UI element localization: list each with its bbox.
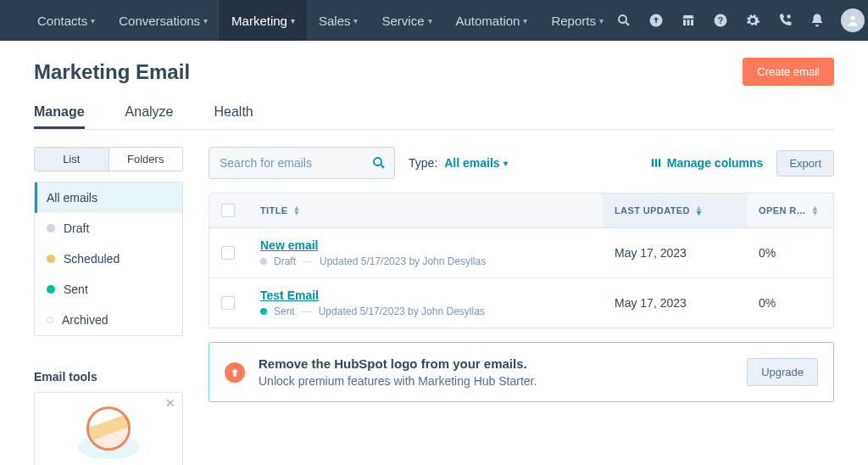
svg-point-9: [374, 158, 381, 165]
cell-last-updated: May 17, 2023: [603, 278, 747, 328]
page-title: Marketing Email: [34, 60, 190, 84]
chevron-down-icon: ▾: [523, 16, 527, 25]
nav-service[interactable]: Service▾: [370, 0, 443, 41]
export-button[interactable]: Export: [776, 150, 834, 176]
columns-icon: [650, 157, 662, 169]
filter-all-emails[interactable]: All emails: [35, 182, 182, 213]
email-title-link[interactable]: Test Email: [260, 289, 319, 302]
row-checkbox[interactable]: [221, 296, 235, 310]
type-filter-value[interactable]: All emails▾: [444, 156, 507, 170]
table-row: Test Email Sent — Updated 5/17/2023 by J…: [209, 278, 833, 328]
col-open-rate[interactable]: OPEN R…▲▼: [747, 193, 833, 227]
email-meta: Sent — Updated 5/17/2023 by John Desylla…: [260, 305, 485, 317]
sort-icon: ▲▼: [811, 205, 819, 216]
svg-text:?: ?: [718, 15, 723, 25]
email-meta: Draft — Updated 5/17/2023 by John Desyll…: [260, 255, 486, 267]
svg-point-7: [787, 14, 791, 19]
manage-columns-link[interactable]: Manage columns: [650, 156, 764, 170]
email-tools-heading: Email tools: [34, 370, 183, 384]
email-status: Sent: [274, 305, 295, 317]
search-icon[interactable]: [371, 155, 387, 173]
upsell-title: Remove the HubSpot logo from your emails…: [259, 356, 527, 371]
status-dot-icon: [47, 285, 55, 294]
chevron-down-icon: ▾: [428, 16, 432, 25]
type-filter: Type: All emails▾: [409, 156, 508, 170]
page-tabs: Manage Analyze Health: [34, 98, 834, 130]
chevron-down-icon: ▾: [291, 16, 295, 25]
svg-rect-11: [655, 159, 657, 166]
svg-point-3: [619, 15, 626, 23]
chevron-down-icon: ▾: [599, 16, 604, 25]
sort-icon: ▲▼: [695, 205, 703, 216]
search-icon[interactable]: [615, 12, 632, 29]
top-nav: Contacts▾ Conversations▾ Marketing▾ Sale…: [0, 0, 868, 41]
arrow-up-icon: [225, 362, 245, 383]
status-filters: All emails Draft Scheduled Sent Archived: [34, 182, 183, 336]
phone-icon[interactable]: [776, 12, 793, 29]
select-all-checkbox[interactable]: [221, 204, 235, 217]
status-dot-icon: [260, 258, 267, 265]
col-last-updated[interactable]: LAST UPDATED▲▼: [603, 193, 747, 227]
tab-manage[interactable]: Manage: [34, 98, 85, 129]
upsell-banner: Remove the HubSpot logo from your emails…: [209, 342, 834, 402]
chevron-down-icon: ▾: [353, 16, 358, 25]
nav-contacts[interactable]: Contacts▾: [25, 0, 107, 41]
filter-draft[interactable]: Draft: [35, 213, 182, 244]
nav-automation[interactable]: Automation▾: [444, 0, 540, 41]
status-dot-icon: [47, 224, 55, 232]
status-dot-icon: [260, 308, 267, 315]
marketplace-icon[interactable]: [680, 12, 697, 29]
svg-point-8: [850, 16, 854, 20]
chevron-down-icon: ▾: [203, 16, 208, 25]
nav-items: Contacts▾ Conversations▾ Marketing▾ Sale…: [25, 0, 615, 41]
upload-icon[interactable]: [648, 12, 665, 29]
status-dot-icon: [47, 255, 55, 263]
help-icon[interactable]: ?: [712, 12, 729, 29]
filter-sent[interactable]: Sent: [35, 274, 182, 305]
email-title-link[interactable]: New email: [260, 238, 318, 252]
upgrade-button[interactable]: Upgrade: [747, 358, 818, 386]
tab-health[interactable]: Health: [214, 98, 253, 129]
account-menu[interactable]: ▾: [841, 8, 868, 32]
email-status: Draft: [274, 255, 296, 267]
email-tools-card: ✕: [34, 392, 183, 465]
col-title[interactable]: TITLE▲▼: [248, 193, 603, 227]
cell-last-updated: May 17, 2023: [603, 228, 747, 277]
table-row: New email Draft — Updated 5/17/2023 by J…: [209, 228, 833, 278]
nav-right: ? ▾: [615, 8, 868, 32]
email-updated-by: Updated 5/17/2023 by John Desyllas: [320, 255, 486, 267]
email-updated-by: Updated 5/17/2023 by John Desyllas: [319, 305, 485, 317]
filter-scheduled[interactable]: Scheduled: [35, 244, 182, 274]
filter-archived[interactable]: Archived: [35, 305, 182, 335]
type-filter-label: Type:: [409, 156, 437, 170]
notifications-icon[interactable]: [809, 12, 826, 29]
search-input[interactable]: [209, 147, 395, 179]
svg-rect-12: [659, 159, 660, 166]
settings-icon[interactable]: [744, 12, 761, 29]
list-folders-toggle: List Folders: [34, 147, 183, 171]
subtab-folders[interactable]: Folders: [108, 148, 183, 171]
tab-analyze[interactable]: Analyze: [125, 98, 174, 129]
create-email-button[interactable]: Create email: [743, 58, 834, 86]
email-tools-illustration-icon: [78, 403, 139, 464]
nav-reports[interactable]: Reports▾: [539, 0, 615, 41]
cell-open-rate: 0%: [747, 228, 833, 277]
nav-conversations[interactable]: Conversations▾: [107, 0, 220, 41]
sort-icon: ▲▼: [293, 205, 301, 216]
svg-rect-10: [652, 159, 654, 166]
subtab-list[interactable]: List: [35, 148, 108, 171]
table-header: TITLE▲▼ LAST UPDATED▲▼ OPEN R…▲▼: [209, 193, 833, 228]
search-emails: [209, 147, 395, 179]
status-dot-icon: [47, 317, 53, 323]
emails-table: TITLE▲▼ LAST UPDATED▲▼ OPEN R…▲▼ New ema…: [209, 193, 834, 328]
chevron-down-icon: ▾: [504, 159, 508, 168]
nav-marketing[interactable]: Marketing▾: [220, 0, 307, 41]
chevron-down-icon: ▾: [91, 16, 95, 25]
row-checkbox[interactable]: [221, 246, 235, 260]
nav-sales[interactable]: Sales▾: [307, 0, 370, 41]
avatar-icon: [841, 8, 865, 32]
close-icon[interactable]: ✕: [165, 396, 175, 410]
upsell-body: Unlock premium features with Marketing H…: [259, 374, 537, 388]
cell-open-rate: 0%: [747, 278, 833, 328]
